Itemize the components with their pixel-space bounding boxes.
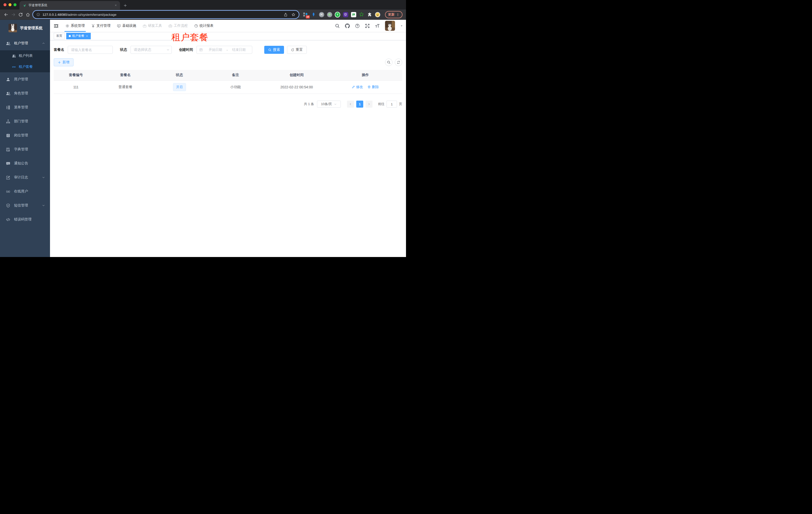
sidebar-item-user[interactable]: 用户管理 xyxy=(0,72,50,86)
sidebar-item-notice[interactable]: 通知公告 xyxy=(0,156,50,170)
chevron-up-icon xyxy=(41,42,46,45)
editlog-icon xyxy=(5,175,10,180)
reset-button[interactable]: 重置 xyxy=(287,46,307,54)
new-tab-button[interactable] xyxy=(123,4,127,7)
url-text[interactable]: 127.0.0.1:48080/admin-ui/system/tenant/p… xyxy=(42,13,116,17)
status-filter-label: 状态 xyxy=(120,48,127,52)
extension-kite-icon[interactable] xyxy=(311,12,316,17)
help-button[interactable] xyxy=(355,24,360,28)
site-info-icon[interactable] xyxy=(36,13,40,16)
sidebar-item-sms[interactable]: 短信管理 xyxy=(0,198,50,213)
tag-tenant-package[interactable]: 租户套餐 xyxy=(66,33,91,39)
caret-down-icon[interactable] xyxy=(400,25,403,27)
sidebar-item-audit-log[interactable]: 审计日志 xyxy=(0,170,50,184)
home-button[interactable] xyxy=(24,11,31,18)
goto-page-input[interactable] xyxy=(386,101,397,108)
close-window-button[interactable] xyxy=(3,3,6,6)
extensions-strip: 10⌘Y xyxy=(303,12,380,17)
status-filter-select[interactable]: 请选择状态 xyxy=(130,46,172,54)
github-button[interactable] xyxy=(345,24,350,28)
chevron-down-icon xyxy=(167,48,170,51)
sidebar-item-menu[interactable]: 菜单管理 xyxy=(0,100,50,114)
search-button[interactable] xyxy=(335,24,340,28)
extension-puzzle-icon[interactable] xyxy=(367,12,372,17)
browser-toolbar: 127.0.0.1:48080/admin-ui/system/tenant/p… xyxy=(0,9,406,20)
chevron-down-icon xyxy=(41,176,46,179)
app-title: 芋道管理系统 xyxy=(20,26,42,30)
forward-button[interactable] xyxy=(10,11,17,18)
top-menu-pay[interactable]: 支付管理 xyxy=(88,20,114,32)
back-button[interactable] xyxy=(2,11,10,18)
top-menu-system[interactable]: 系统管理 xyxy=(62,20,88,32)
calendar-icon xyxy=(199,48,203,52)
column-header: 操作 xyxy=(328,70,402,81)
tree-icon xyxy=(5,105,10,110)
font-size-button[interactable] xyxy=(375,24,380,28)
extension-profile-icon[interactable] xyxy=(375,12,380,17)
top-menu-infra[interactable]: 基础设施 xyxy=(114,20,140,32)
active-dot xyxy=(69,35,71,37)
top-menu-dev-tools[interactable]: 研发工具 xyxy=(140,20,165,32)
logo-rabbit-image xyxy=(8,24,17,32)
extension-shield-icon[interactable] xyxy=(343,12,348,17)
extension-proxy-icon[interactable]: 10 xyxy=(303,12,308,17)
extension-chat-icon[interactable] xyxy=(351,12,356,17)
next-page-button[interactable] xyxy=(366,101,373,108)
browser-chrome: 芋道管理系统 127.0.0.1:48080/admin-ui/system/t… xyxy=(0,0,406,20)
fullscreen-button[interactable] xyxy=(365,24,370,28)
top-menu-report[interactable]: 统计报表 xyxy=(191,20,217,32)
search-icon xyxy=(387,60,390,64)
sidebar-submenu: 租户列表租户套餐 xyxy=(0,50,50,72)
sidebar-item-error-code[interactable]: 错误码管理 xyxy=(0,213,50,226)
search-button[interactable]: 搜索 xyxy=(264,46,284,54)
sidebar-collapse-icon[interactable] xyxy=(50,24,62,28)
prev-page-button[interactable] xyxy=(347,101,354,108)
date-end-placeholder: 结束日期 xyxy=(228,48,250,52)
extension-cmd-icon[interactable]: ⌘ xyxy=(319,12,324,17)
sidebar-item-tenant[interactable]: 租户管理 xyxy=(0,36,50,50)
bookmark-star-icon[interactable] xyxy=(291,13,295,17)
search-form: 套餐名 状态 请选择状态 创建时间 开始日期 - 结束日期 xyxy=(54,46,402,54)
sidebar-item-role[interactable]: 角色管理 xyxy=(0,86,50,100)
sidebar-item-tenant-package[interactable]: 租户套餐 xyxy=(0,61,50,72)
url-bar[interactable]: 127.0.0.1:48080/admin-ui/system/tenant/p… xyxy=(33,11,299,18)
tag-home[interactable]: 首页 xyxy=(54,33,65,39)
cell-created-time: 2022-02-22 00:54:00 xyxy=(265,81,328,94)
extension-record-icon[interactable] xyxy=(327,12,332,17)
share-icon[interactable] xyxy=(284,13,288,17)
top-menu-workflow[interactable]: 工作流程 xyxy=(165,20,191,32)
extension-y-circle-icon[interactable]: Y xyxy=(335,12,340,17)
sidebar-item-post[interactable]: 岗位管理 xyxy=(0,128,50,142)
url-path: /admin-ui/system/tenant/package xyxy=(67,13,116,17)
sidebar-item-online-user[interactable]: 在线用户 xyxy=(0,184,50,198)
tab-close-icon[interactable] xyxy=(115,4,117,6)
add-button[interactable]: 新增 xyxy=(54,58,74,66)
extension-star-icon[interactable] xyxy=(359,12,364,17)
name-filter-label: 套餐名 xyxy=(54,48,64,52)
sidebar-item-tenant-list[interactable]: 租户列表 xyxy=(0,50,50,61)
page-number-1[interactable]: 1 xyxy=(356,101,363,108)
browser-tab[interactable]: 芋道管理系统 xyxy=(20,1,120,9)
sidebar-item-dept[interactable]: 部门管理 xyxy=(0,114,50,128)
goto-unit: 页 xyxy=(399,102,402,106)
reload-button[interactable] xyxy=(17,11,24,18)
name-filter-input[interactable] xyxy=(68,46,113,54)
user-avatar[interactable] xyxy=(385,21,395,31)
edit-link[interactable]: 修改 xyxy=(352,85,363,89)
refresh-table-button[interactable] xyxy=(395,59,402,66)
page-size-select[interactable]: 10条/页 xyxy=(317,101,341,108)
people-icon xyxy=(11,54,16,58)
chevron-right-icon xyxy=(368,103,371,106)
toggle-search-button[interactable] xyxy=(385,59,393,66)
date-range-picker[interactable]: 开始日期 - 结束日期 xyxy=(197,46,252,54)
browser-update-menu-button[interactable]: 更新 ⋮ xyxy=(385,11,403,18)
minimize-window-button[interactable] xyxy=(8,3,11,6)
zoom-window-button[interactable] xyxy=(13,3,17,6)
close-tag-icon[interactable] xyxy=(86,35,88,37)
sidebar-item-dict[interactable]: 字典管理 xyxy=(0,142,50,156)
table-toolbar: 新增 xyxy=(54,58,402,66)
book-icon xyxy=(5,147,10,152)
delete-link[interactable]: 删除 xyxy=(368,85,379,89)
update-label: 更新 xyxy=(388,12,395,17)
app-logo[interactable]: 芋道管理系统 xyxy=(0,20,50,36)
